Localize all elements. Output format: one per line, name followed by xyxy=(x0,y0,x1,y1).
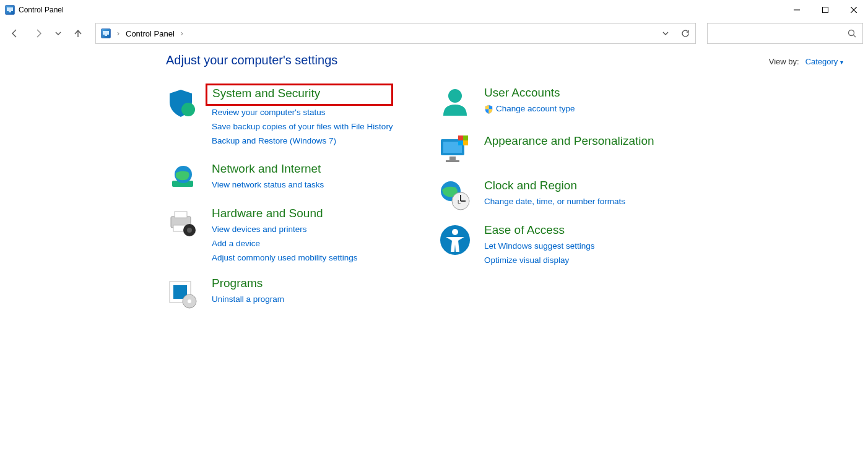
svg-point-21 xyxy=(188,299,191,303)
page-heading: Adjust your computer's settings xyxy=(166,53,337,67)
address-dropdown[interactable] xyxy=(662,30,669,37)
view-by: View by: Category ▾ xyxy=(769,57,843,66)
category-programs: Programs Uninstall a program xyxy=(166,277,438,310)
category-title[interactable]: Appearance and Personalization xyxy=(484,134,654,148)
category-title[interactable]: System and Security xyxy=(212,87,320,100)
chevron-right-icon: › xyxy=(117,29,119,38)
category-title[interactable]: User Accounts xyxy=(484,86,560,100)
svg-point-8 xyxy=(849,30,854,36)
control-panel-icon xyxy=(101,28,111,38)
globe-icon xyxy=(166,162,199,195)
breadcrumb-root[interactable]: Control Panel xyxy=(126,29,175,38)
category-network: Network and Internet View network status… xyxy=(166,162,438,195)
window-title: Control Panel xyxy=(19,6,64,14)
svg-rect-29 xyxy=(458,140,463,145)
up-button[interactable] xyxy=(68,24,88,43)
content: Adjust your computer's settings View by:… xyxy=(0,53,868,310)
svg-rect-28 xyxy=(463,135,468,140)
category-link[interactable]: Let Windows suggest settings xyxy=(484,239,595,254)
chevron-right-icon: › xyxy=(181,29,183,38)
uac-shield-icon xyxy=(484,105,493,114)
category-system-security: System and Security Review your computer… xyxy=(166,86,438,148)
category-hardware: Hardware and Sound View devices and prin… xyxy=(166,207,438,265)
category-title[interactable]: Ease of Access xyxy=(484,223,565,237)
nav-row: › Control Panel › xyxy=(0,20,868,47)
category-link[interactable]: Backup and Restore (Windows 7) xyxy=(212,134,393,148)
category-ease: Ease of Access Let Windows suggest setti… xyxy=(438,223,711,268)
control-panel-icon xyxy=(5,5,15,15)
svg-line-9 xyxy=(854,35,856,38)
svg-rect-27 xyxy=(458,135,463,140)
category-title[interactable]: Programs xyxy=(212,277,263,290)
svg-rect-14 xyxy=(175,212,187,218)
category-title[interactable]: Clock and Region xyxy=(484,179,577,192)
category-link[interactable]: Adjust commonly used mobility settings xyxy=(212,251,358,265)
category-link[interactable]: View network status and tasks xyxy=(212,178,324,192)
view-by-label: View by: xyxy=(769,57,799,66)
svg-rect-26 xyxy=(446,160,459,162)
svg-rect-30 xyxy=(463,140,468,145)
category-link[interactable]: Add a device xyxy=(212,237,358,251)
chevron-down-icon: ▾ xyxy=(840,59,843,66)
category-title[interactable]: Network and Internet xyxy=(212,162,321,176)
category-link[interactable]: View devices and printers xyxy=(212,223,358,237)
programs-icon xyxy=(166,277,199,310)
svg-point-37 xyxy=(452,229,458,235)
svg-point-17 xyxy=(187,228,192,233)
refresh-button[interactable] xyxy=(680,28,690,38)
category-users: User Accounts Chang xyxy=(438,86,711,119)
monitor-icon xyxy=(438,134,472,168)
title-bar-left: Control Panel xyxy=(5,5,64,15)
category-link[interactable]: Save backup copies of your files with Fi… xyxy=(212,120,393,134)
svg-rect-3 xyxy=(823,7,828,13)
user-icon xyxy=(438,86,472,119)
window-controls xyxy=(783,0,868,20)
maximize-button[interactable] xyxy=(811,0,840,20)
svg-text:L: L xyxy=(458,199,461,205)
category-link[interactable]: Optimize visual display xyxy=(484,254,595,268)
svg-rect-25 xyxy=(449,157,456,160)
forward-button[interactable] xyxy=(28,24,48,43)
svg-rect-7 xyxy=(105,35,107,36)
printer-icon xyxy=(166,207,199,240)
search-box[interactable] xyxy=(707,23,863,44)
category-link[interactable]: Change date, time, or number formats xyxy=(484,195,625,209)
search-icon xyxy=(848,29,856,38)
category-appearance: Appearance and Personalization xyxy=(438,134,711,168)
category-link[interactable]: Uninstall a program xyxy=(212,293,284,307)
clock-icon: L xyxy=(438,179,472,212)
address-bar[interactable]: › Control Panel › xyxy=(95,23,696,44)
back-button[interactable] xyxy=(5,24,25,43)
view-by-dropdown[interactable]: Category ▾ xyxy=(805,57,843,66)
history-dropdown[interactable] xyxy=(52,24,64,43)
svg-rect-1 xyxy=(9,11,11,12)
svg-point-22 xyxy=(448,89,462,103)
minimize-button[interactable] xyxy=(783,0,811,20)
svg-rect-0 xyxy=(7,7,13,11)
shield-icon xyxy=(166,86,199,119)
highlight-annotation: System and Security xyxy=(206,84,393,106)
svg-point-10 xyxy=(181,103,195,116)
category-clock: L Clock and Region Change date, time, or… xyxy=(438,179,711,212)
category-link[interactable]: Review your computer's status xyxy=(212,106,393,120)
categories-grid: System and Security Review your computer… xyxy=(166,86,843,310)
svg-rect-6 xyxy=(103,31,109,35)
title-bar: Control Panel xyxy=(0,0,868,20)
close-button[interactable] xyxy=(840,0,868,20)
category-title[interactable]: Hardware and Sound xyxy=(212,207,323,220)
category-link[interactable]: Change account type xyxy=(496,102,575,116)
accessibility-icon xyxy=(438,223,472,257)
